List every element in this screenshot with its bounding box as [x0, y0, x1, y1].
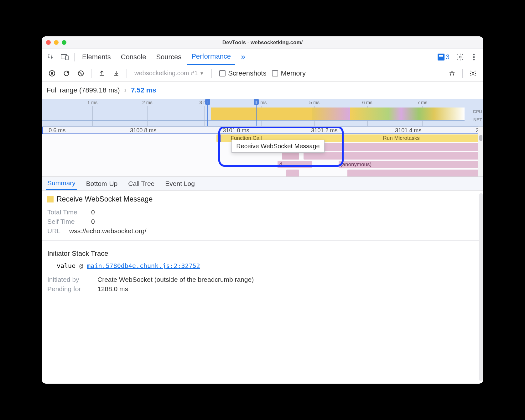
download-profile-icon[interactable]: [110, 67, 122, 79]
tab-console[interactable]: Console: [117, 49, 151, 65]
screenshots-label: Screenshots: [228, 69, 266, 77]
overview-handle-left[interactable]: ||: [205, 99, 210, 105]
reload-record-button[interactable]: [60, 67, 72, 79]
ruler-tick: 3101.4 ms: [395, 127, 421, 134]
memory-label: Memory: [281, 69, 305, 77]
kebab-menu-icon[interactable]: [468, 51, 480, 63]
record-button[interactable]: [46, 67, 58, 79]
net-label: NET: [473, 117, 482, 122]
event-bar[interactable]: …: [282, 152, 299, 160]
chevron-down-icon: ▼: [200, 71, 204, 76]
event-name: Receive WebSocket Message: [57, 195, 153, 203]
breadcrumb-selected-range: 7.52 ms: [131, 86, 156, 94]
total-time-value: 0: [91, 208, 95, 216]
issues-count: 3: [446, 53, 450, 61]
stack-frame: value @ main.5780db4e.chunk.js:2:32752: [57, 262, 478, 270]
tab-sources[interactable]: Sources: [152, 49, 186, 65]
panel-tabbar: Elements Console Sources Performance » 3: [42, 49, 483, 65]
svg-point-9: [473, 56, 475, 58]
event-swatch-icon: [47, 196, 54, 202]
separator: [74, 53, 75, 61]
pending-for-label: Pending for: [47, 285, 94, 293]
event-bar[interactable]: [304, 152, 478, 160]
overview-flame: [42, 106, 465, 120]
more-tabs-button[interactable]: »: [237, 48, 250, 66]
total-time-label: Total Time: [47, 208, 88, 216]
checkbox-icon: [219, 70, 226, 76]
checkbox-icon: [272, 70, 278, 76]
separator: [462, 69, 463, 78]
svg-point-7: [459, 56, 461, 58]
memory-checkbox[interactable]: Memory: [272, 69, 305, 77]
selected-event-marker: [219, 134, 221, 142]
svg-rect-5: [439, 56, 443, 57]
url-value: wss://echo.websocket.org/: [69, 227, 146, 235]
pending-for-value: 1288.0 ms: [97, 285, 128, 293]
event-label: Run Microtasks: [383, 135, 420, 141]
tab-event-log[interactable]: Event Log: [164, 177, 196, 190]
stack-link[interactable]: main.5780db4e.chunk.js:2:32752: [87, 262, 200, 270]
screenshots-checkbox[interactable]: Screenshots: [219, 69, 266, 77]
stack-trace-title: Initiator Stack Trace: [47, 249, 478, 258]
details-tabbar: Summary Bottom-Up Call Tree Event Log: [42, 177, 483, 191]
ruler-tick: 3101.2 ms: [311, 127, 337, 134]
overview-tick: 1 ms: [87, 100, 98, 105]
recording-select[interactable]: websocketking.com #1 ▼: [131, 68, 207, 79]
ruler-tick: 3101.0 ms: [223, 127, 249, 134]
event-bar[interactable]: [347, 170, 478, 177]
tab-elements[interactable]: Elements: [78, 49, 115, 65]
flamechart[interactable]: 0.6 ms 3100.8 ms 3101.0 ms 3101.2 ms 310…: [42, 127, 483, 177]
event-bar[interactable]: d…: [278, 161, 313, 168]
inspect-element-icon[interactable]: [45, 51, 57, 63]
self-time-label: Self Time: [47, 218, 88, 225]
details-scrollbar[interactable]: [479, 193, 483, 381]
svg-rect-4: [439, 55, 443, 56]
separator: [127, 69, 127, 78]
recording-select-label: websocketking.com #1: [134, 70, 198, 77]
tab-summary[interactable]: Summary: [46, 177, 77, 190]
event-bar[interactable]: [286, 170, 299, 177]
svg-point-14: [472, 72, 474, 74]
initiated-by-label: Initiated by: [47, 276, 94, 283]
overview-handle-right[interactable]: ||: [254, 99, 259, 105]
chevron-right-icon: ›: [124, 86, 127, 94]
device-toolbar-icon[interactable]: [59, 51, 71, 63]
flamechart-ruler: 0.6 ms 3100.8 ms 3101.0 ms 3101.2 ms 310…: [42, 127, 483, 134]
url-label: URL: [47, 227, 66, 235]
settings-icon[interactable]: [454, 51, 466, 63]
window-title: DevTools - websocketking.com/: [42, 39, 483, 46]
initiated-by-value: Create WebSocket (outside of the breadcr…: [97, 276, 254, 283]
collect-garbage-icon[interactable]: [446, 67, 458, 79]
overview-net: [42, 120, 465, 121]
clear-button[interactable]: [75, 67, 87, 79]
issues-button[interactable]: 3: [438, 53, 450, 61]
overview-tick: 5 ms: [309, 100, 320, 105]
tab-call-tree[interactable]: Call Tree: [127, 177, 156, 190]
ruler-tick: 0.6 ms: [49, 127, 65, 134]
stack-fn: value: [57, 262, 75, 270]
event-bar[interactable]: (anonymous): [339, 161, 478, 168]
ruler-tick: 3100.8 ms: [130, 127, 156, 134]
devtools-window: DevTools - websocketking.com/ Elements C…: [42, 36, 483, 384]
flamechart-scrollbar[interactable]: [478, 127, 483, 176]
scrollbar-thumb[interactable]: [479, 135, 482, 141]
tab-performance[interactable]: Performance: [187, 49, 235, 65]
stack-at: @: [79, 262, 83, 270]
breadcrumb-full-range[interactable]: Full range (7899.18 ms): [47, 86, 120, 94]
overview-tick: 2 ms: [142, 100, 153, 105]
upload-profile-icon[interactable]: [96, 67, 108, 79]
self-time-value: 0: [91, 218, 95, 225]
titlebar: DevTools - websocketking.com/: [42, 36, 483, 49]
overview-ticks: 1 ms 2 ms 3 ms 4 ms 5 ms 6 ms 7 ms: [42, 99, 465, 106]
timeline-overview[interactable]: 1 ms 2 ms 3 ms 4 ms 5 ms 6 ms 7 ms || ||…: [42, 99, 483, 127]
cpu-label: CPU: [473, 109, 482, 114]
capture-settings-icon[interactable]: [467, 67, 479, 79]
overview-tick: 7 ms: [417, 100, 428, 105]
svg-rect-6: [439, 58, 442, 58]
separator: [211, 69, 212, 78]
performance-toolbar: websocketking.com #1 ▼ Screenshots Memor…: [42, 65, 483, 81]
separator: [91, 69, 91, 78]
tab-bottom-up[interactable]: Bottom-Up: [85, 177, 119, 190]
breadcrumb: Full range (7899.18 ms) › 7.52 ms: [42, 81, 483, 99]
overview-tick: 6 ms: [362, 100, 372, 105]
